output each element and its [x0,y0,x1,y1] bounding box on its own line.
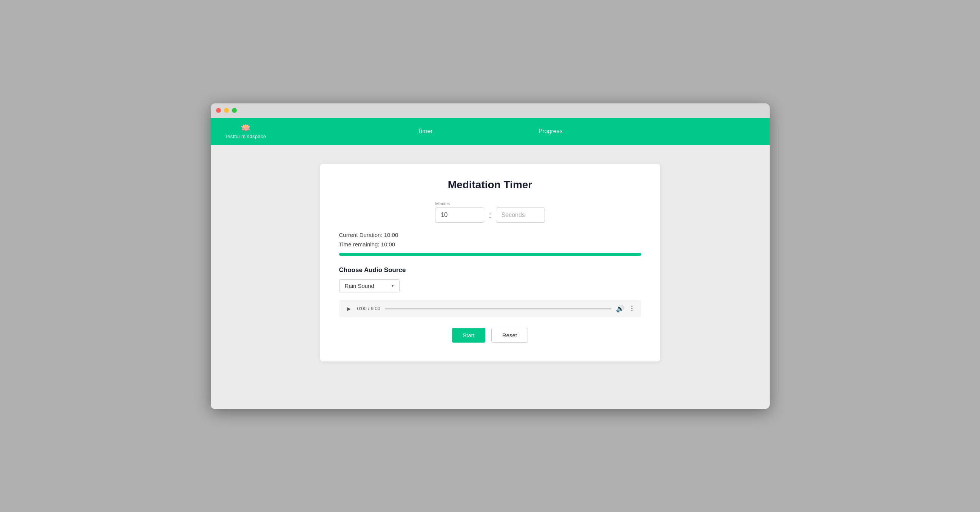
time-inputs-row: Minutes : [339,201,641,223]
brand: 🪷 restful mindspace [226,123,266,139]
volume-icon[interactable]: 🔊 [616,304,624,313]
audio-player: ▶ 0:00 / 9:00 🔊 ⋮ [339,300,641,317]
more-options-icon[interactable]: ⋮ [629,305,635,312]
audio-section-label: Choose Audio Source [339,266,641,274]
seconds-input[interactable] [496,208,545,223]
nav-links: Timer Progress [417,128,562,135]
app-window: 🪷 restful mindspace Timer Progress Medit… [211,103,770,409]
meditation-card: Meditation Timer Minutes : Current Durat… [320,164,660,361]
time-colon: : [489,211,491,220]
seconds-group [496,201,545,223]
titlebar [211,103,770,118]
action-buttons: Start Reset [339,328,641,342]
current-duration: Current Duration: 10:00 [339,231,641,238]
audio-dropdown-value: Rain Sound [345,282,374,289]
minutes-input[interactable] [435,208,484,223]
brand-logo-icon: 🪷 [240,123,251,133]
nav-timer-link[interactable]: Timer [417,128,433,135]
maximize-button[interactable] [232,108,237,113]
nav-progress-link[interactable]: Progress [539,128,563,135]
progress-bar-container [339,253,641,256]
play-button[interactable]: ▶ [345,305,353,312]
minutes-label: Minutes [435,201,484,206]
progress-bar-fill [339,253,641,256]
page-title: Meditation Timer [339,179,641,191]
reset-button[interactable]: Reset [491,328,528,342]
minutes-group: Minutes [435,201,484,223]
start-button[interactable]: Start [452,328,485,342]
minimize-button[interactable] [224,108,229,113]
seconds-label [496,201,545,206]
main-content: Meditation Timer Minutes : Current Durat… [211,145,770,409]
time-remaining: Time remaining: 10:00 [339,241,641,247]
audio-time: 0:00 / 9:00 [357,306,380,311]
navbar: 🪷 restful mindspace Timer Progress [211,118,770,145]
audio-source-dropdown[interactable]: Rain Sound ▾ [339,279,399,292]
close-button[interactable] [216,108,221,113]
brand-name: restful mindspace [226,133,266,139]
audio-track[interactable] [385,308,611,309]
chevron-down-icon: ▾ [391,283,394,288]
